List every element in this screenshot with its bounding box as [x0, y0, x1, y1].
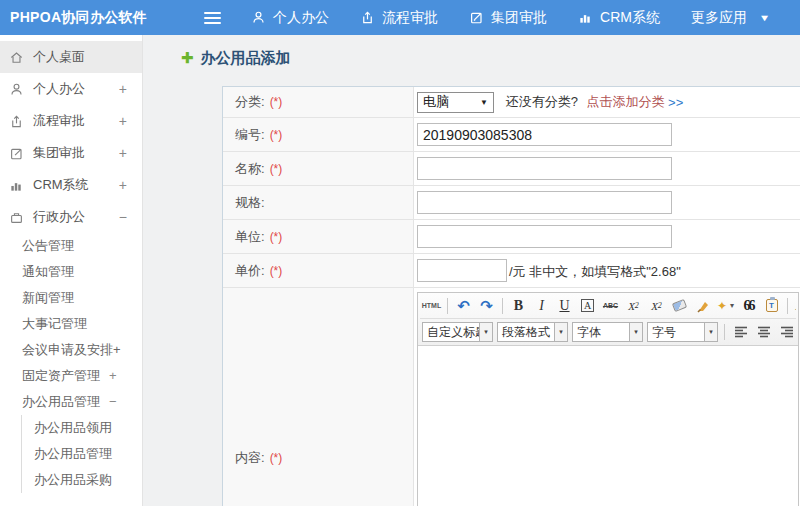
subscript-button[interactable]: X2 — [646, 296, 667, 316]
price-hint: /元 非中文，如填写格式"2.68" — [509, 264, 681, 279]
sidebar-item-supplies-manage[interactable]: 办公用品管理 — [22, 441, 142, 467]
toolbar-separator — [787, 298, 788, 314]
required-mark: (*) — [270, 128, 283, 142]
sidebar-item-fixed-assets-mgmt[interactable]: 固定资产管理+ — [0, 363, 142, 389]
strikethrough-button[interactable]: ABC — [600, 296, 621, 316]
collapse-toggle[interactable]: − — [119, 209, 127, 225]
align-right-button[interactable] — [776, 322, 796, 342]
paragraph-format-dropdown[interactable]: 段落格式 ▾ — [497, 322, 568, 342]
dropdown-caret-icon[interactable]: ▾ — [555, 322, 568, 342]
edit-icon — [9, 146, 26, 161]
format-painter-button[interactable] — [692, 296, 713, 316]
dropdown-caret-icon[interactable]: ▾ — [480, 322, 493, 342]
align-left-button[interactable] — [730, 322, 751, 342]
eraser-icon — [672, 299, 687, 312]
editor-content-area[interactable] — [418, 346, 798, 506]
unit-label: 单位:(*) — [223, 220, 414, 254]
app-logo[interactable]: PHPOA协同办公软件 — [0, 9, 147, 27]
form-row-unit: 单位:(*) — [223, 220, 800, 254]
sidebar: 个人桌面 个人办公 + 流程审批 + 集团审批 + CRM系统 + 行政办公 − — [0, 35, 143, 506]
price-label: 单价:(*) — [223, 254, 414, 288]
hamburger-menu-icon[interactable] — [202, 5, 223, 31]
nav-item-group-approval[interactable]: 集团审批 — [469, 9, 547, 27]
html-source-button[interactable]: HTML — [421, 296, 442, 316]
nav-item-more-apps[interactable]: 更多应用 ▼ — [691, 9, 769, 27]
sidebar-item-announcement-mgmt[interactable]: 公告管理 — [0, 233, 142, 259]
font-color-button[interactable]: A ▾ — [793, 296, 796, 316]
italic-button[interactable]: I — [531, 296, 552, 316]
category-hint: 还没有分类? — [506, 94, 578, 109]
nav-item-crm-system[interactable]: CRM系统 — [578, 9, 660, 27]
sidebar-item-supplies-purchase[interactable]: 办公用品采购 — [22, 467, 142, 493]
expand-toggle[interactable]: + — [119, 145, 127, 161]
edit-icon — [469, 10, 484, 25]
remove-format-button[interactable] — [669, 296, 690, 316]
underline-button[interactable]: U — [554, 296, 575, 316]
chevron-down-icon[interactable]: ▼ — [759, 13, 771, 23]
add-category-link[interactable]: 点击添加分类 — [586, 94, 664, 109]
sidebar-item-office-supplies-mgmt[interactable]: 办公用品管理− — [0, 389, 142, 415]
category-label: 分类:(*) — [223, 87, 414, 118]
clipboard-icon: T — [766, 299, 778, 312]
sidebar-item-notice-mgmt[interactable]: 通知管理 — [0, 259, 142, 285]
sidebar-item-admin-office[interactable]: 行政办公 − — [0, 201, 142, 233]
required-mark: (*) — [270, 264, 283, 278]
price-input[interactable] — [417, 259, 507, 282]
dropdown-caret-icon[interactable]: ▾ — [630, 322, 643, 342]
paste-plain-button[interactable]: T — [761, 296, 782, 316]
editor-toolbar: HTML ↶ ↷ B I U A ABC X2 X2 — [418, 293, 798, 346]
font-size-dropdown[interactable]: 字号 ▾ — [647, 322, 718, 342]
nav-item-process-approval[interactable]: 流程审批 — [360, 9, 438, 27]
superscript-button[interactable]: X2 — [623, 296, 644, 316]
required-mark: (*) — [270, 95, 283, 109]
sidebar-item-meeting-mgmt[interactable]: 会议申请及安排+ — [0, 337, 142, 363]
custom-title-dropdown[interactable]: 自定义标题 ▾ — [422, 322, 493, 342]
process-upload-icon — [9, 114, 26, 129]
spec-input[interactable] — [417, 191, 672, 214]
process-upload-icon — [360, 10, 375, 25]
required-mark: (*) — [270, 451, 283, 465]
sidebar-item-news-mgmt[interactable]: 新闻管理 — [0, 285, 142, 311]
expand-toggle[interactable]: + — [119, 81, 127, 97]
expand-toggle[interactable]: + — [119, 177, 127, 193]
person-icon — [9, 82, 26, 97]
name-input[interactable] — [417, 157, 672, 180]
expand-toggle[interactable]: + — [119, 113, 127, 129]
bar-chart-icon — [9, 178, 26, 193]
nav-label: 个人办公 — [273, 9, 329, 27]
form-row-content: 内容:(*) HTML ↶ ↷ B I U — [223, 288, 800, 506]
sidebar-item-personal-office[interactable]: 个人办公 + — [0, 73, 142, 105]
required-mark: (*) — [270, 230, 283, 244]
align-center-button[interactable] — [753, 322, 774, 342]
content-label: 内容:(*) — [223, 288, 414, 506]
redo-button[interactable]: ↷ — [476, 296, 497, 316]
form-row-category: 分类:(*) 电脑 ▼ 还没有分类? 点击添加分类 >> — [223, 87, 800, 118]
font-family-dropdown[interactable]: 字体 ▾ — [572, 322, 643, 342]
add-category-link-arrows[interactable]: >> — [668, 94, 683, 109]
dropdown-caret-icon[interactable]: ▾ — [705, 322, 718, 342]
nav-label: 流程审批 — [382, 9, 438, 27]
expand-toggle[interactable]: + — [109, 368, 117, 383]
sidebar-item-process-approval[interactable]: 流程审批 + — [0, 105, 142, 137]
unit-input[interactable] — [417, 225, 672, 248]
sidebar-item-crm-system[interactable]: CRM系统 + — [0, 169, 142, 201]
font-border-button[interactable]: A — [577, 296, 598, 316]
sidebar-item-group-approval[interactable]: 集团审批 + — [0, 137, 142, 169]
dropdown-caret-icon: ▾ — [730, 301, 734, 310]
toolbar-separator — [724, 324, 725, 340]
briefcase-icon — [9, 210, 26, 225]
blockquote-button[interactable]: 66 — [738, 296, 759, 316]
undo-button[interactable]: ↶ — [453, 296, 474, 316]
sidebar-item-events-mgmt[interactable]: 大事记管理 — [0, 311, 142, 337]
sidebar-item-personal-desktop[interactable]: 个人桌面 — [0, 41, 142, 73]
spec-label: 规格: — [223, 186, 414, 220]
form-row-price: 单价:(*) /元 非中文，如填写格式"2.68" — [223, 254, 800, 288]
sidebar-item-supplies-requisition[interactable]: 办公用品领用 — [22, 415, 142, 441]
collapse-toggle[interactable]: − — [109, 394, 117, 409]
editor-toolbar-row2: 自定义标题 ▾ 段落格式 ▾ 字体 ▾ — [420, 319, 796, 345]
bold-button[interactable]: B — [508, 296, 529, 316]
nav-item-personal-office[interactable]: 个人办公 — [251, 9, 329, 27]
code-input[interactable] — [417, 123, 672, 146]
category-select[interactable]: 电脑 ▼ — [417, 92, 494, 113]
auto-typeset-button[interactable]: ✦ ▾ — [715, 296, 736, 316]
